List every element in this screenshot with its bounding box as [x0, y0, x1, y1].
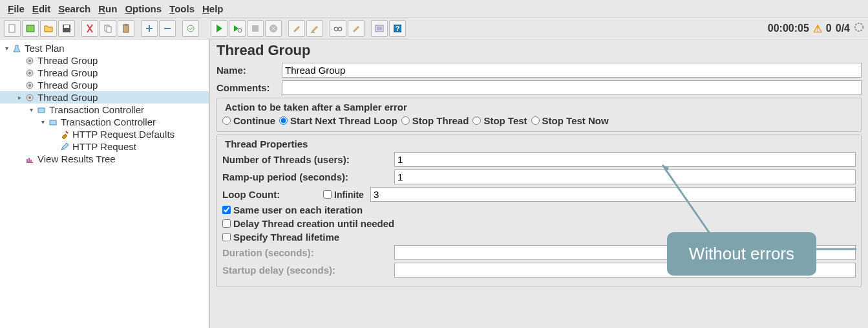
svg-point-23	[28, 84, 31, 87]
help-button[interactable]: ?	[389, 20, 406, 37]
cut-button[interactable]	[81, 20, 98, 37]
action-stop-test-now[interactable]: Stop Test Now	[531, 115, 609, 126]
clear-button[interactable]	[288, 20, 305, 37]
broom-icon	[291, 23, 302, 34]
shutdown-icon	[268, 23, 279, 34]
action-start-next[interactable]: Start Next Thread Loop	[279, 115, 397, 126]
comments-input[interactable]	[282, 80, 862, 95]
paste-button[interactable]	[118, 20, 134, 37]
menu-options[interactable]: Options	[122, 2, 164, 16]
templates-button[interactable]	[22, 20, 39, 37]
toolbar: ? 00:00:05 ⚠ 0 0/4	[0, 18, 868, 39]
gear-icon	[25, 56, 35, 66]
menu-file[interactable]: File	[5, 2, 27, 16]
action-continue-radio[interactable]	[222, 116, 231, 125]
collapse-button[interactable]	[159, 20, 176, 37]
toggle-button[interactable]	[182, 20, 199, 37]
tree-toggle-icon[interactable]: ▾	[3, 45, 10, 52]
function-helper-button[interactable]	[371, 20, 388, 37]
svg-point-21	[28, 72, 31, 74]
stop-button[interactable]	[247, 20, 264, 37]
svg-rect-27	[50, 120, 56, 125]
folder-icon	[43, 23, 54, 34]
warning-icon: ⚠	[813, 23, 822, 35]
infinite-checkbox[interactable]	[323, 190, 332, 199]
elapsed-time: 00:00:05	[768, 23, 809, 34]
wrench-icon	[59, 129, 70, 140]
comments-label: Comments:	[217, 82, 278, 93]
action-stop-test[interactable]: Stop Test	[472, 115, 527, 126]
tree-item-label: Thread Group	[37, 92, 98, 103]
tree-item-label: View Results Tree	[37, 153, 116, 164]
tree-item-label: Thread Group	[37, 80, 98, 91]
tree-item[interactable]: HTTP Request	[0, 140, 209, 153]
menu-help[interactable]: Help	[200, 2, 226, 16]
save-icon	[61, 23, 72, 34]
tree-item[interactable]: Thread Group	[0, 54, 209, 67]
svg-rect-0	[9, 25, 15, 32]
panel-title: Thread Group	[217, 42, 862, 59]
menu-tools[interactable]: Tools	[167, 2, 197, 16]
search-tree-button[interactable]	[330, 20, 346, 37]
test-plan-tree[interactable]: ▾ Test Plan Thread GroupThread GroupThre…	[0, 39, 210, 328]
gear-icon	[25, 80, 35, 91]
status-bar: 00:00:05 ⚠ 0 0/4	[768, 22, 864, 35]
expand-button[interactable]	[141, 20, 158, 37]
startup-delay-label: Startup delay (seconds):	[222, 265, 390, 276]
clear-all-button[interactable]	[306, 20, 323, 37]
open-button[interactable]	[40, 20, 57, 37]
svg-rect-1	[26, 25, 34, 32]
tree-item[interactable]: ▸Thread Group	[0, 91, 209, 104]
gear-icon	[25, 68, 35, 78]
pencil-icon	[59, 142, 70, 152]
tree-item-label: Transaction Controller	[61, 116, 156, 127]
list-icon	[374, 23, 385, 34]
tree-toggle-icon[interactable]: ▾	[39, 118, 47, 126]
tree-item[interactable]: Thread Group	[0, 67, 209, 79]
reset-search-button[interactable]	[348, 20, 365, 37]
menu-search[interactable]: Search	[56, 2, 93, 16]
action-start-next-radio[interactable]	[279, 116, 288, 125]
svg-rect-7	[125, 24, 127, 26]
thread-props-title: Thread Properties	[222, 138, 310, 149]
tree-item-label: Transaction Controller	[49, 104, 144, 115]
menu-edit[interactable]: Edit	[30, 2, 53, 16]
tree-toggle-icon[interactable]: ▸	[16, 94, 23, 101]
tree-item[interactable]: ▾Transaction Controller	[0, 116, 209, 128]
new-button[interactable]	[4, 20, 21, 37]
broom2-icon	[351, 23, 361, 34]
save-button[interactable]	[58, 20, 75, 37]
action-stop-test-radio[interactable]	[472, 116, 481, 125]
action-stop-test-now-radio[interactable]	[531, 116, 540, 125]
svg-point-17	[855, 23, 863, 31]
same-user-checkbox[interactable]	[222, 206, 231, 214]
tree-root[interactable]: ▾ Test Plan	[0, 42, 209, 54]
action-group-title: Action to be taken after a Sampler error	[222, 102, 410, 113]
tree-item[interactable]: ▾Transaction Controller	[0, 104, 209, 116]
tree-item[interactable]: HTTP Request Defaults	[0, 128, 209, 140]
play-timer-icon	[232, 23, 242, 34]
tree-item[interactable]: Thread Group	[0, 79, 209, 91]
copy-button[interactable]	[100, 20, 116, 37]
start-no-pause-button[interactable]	[229, 20, 246, 37]
num-threads-label: Number of Threads (users):	[222, 154, 390, 165]
tree-toggle-icon[interactable]: ▾	[27, 106, 35, 113]
svg-point-13	[338, 27, 342, 31]
copy-icon	[103, 23, 113, 34]
scissors-icon	[85, 23, 95, 34]
name-input[interactable]	[282, 63, 862, 78]
templates-icon	[25, 23, 36, 34]
menu-run[interactable]: Run	[96, 2, 120, 16]
specify-lifetime-checkbox[interactable]	[222, 233, 231, 241]
action-stop-thread-radio[interactable]	[401, 116, 410, 125]
delay-creation-checkbox[interactable]	[222, 219, 231, 228]
menu-bar: File Edit Search Run Options Tools Help	[0, 0, 868, 18]
infinite-check-label[interactable]: Infinite	[323, 190, 364, 200]
action-stop-thread[interactable]: Stop Thread	[401, 115, 469, 126]
svg-rect-10	[252, 25, 259, 32]
start-button[interactable]	[211, 20, 228, 37]
shutdown-button[interactable]	[265, 20, 282, 37]
tree-item[interactable]: View Results Tree	[0, 153, 209, 165]
action-continue[interactable]: Continue	[222, 115, 275, 126]
svg-point-9	[238, 28, 242, 32]
